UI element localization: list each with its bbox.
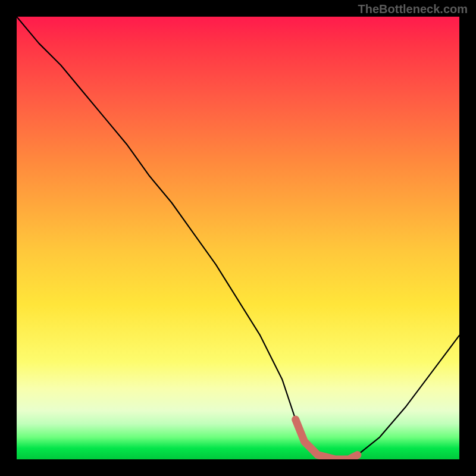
attribution-text: TheBottleneck.com xyxy=(358,2,468,16)
chart-svg-overlay xyxy=(17,17,459,459)
highlight-match-region xyxy=(296,419,358,459)
bottleneck-curve-line xyxy=(17,17,459,459)
